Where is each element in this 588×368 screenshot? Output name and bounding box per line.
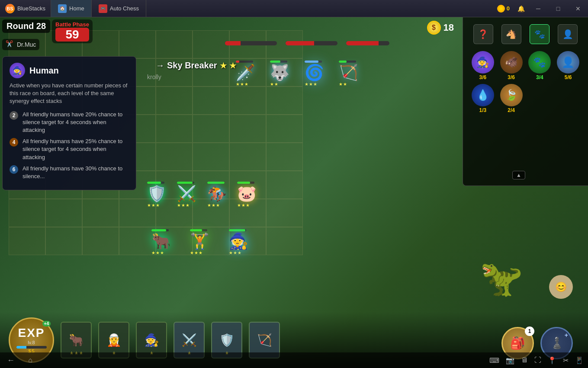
friendly-piece-1[interactable]: 🛡️ ★ ★ ★ [147,182,167,208]
board-cell[interactable] [9,199,45,227]
enemy-piece-1[interactable]: 🗡️ ★ ★ ★ [236,61,255,86]
gold-display: $ 18 [427,21,454,35]
phone-icon[interactable]: 📱 [575,356,584,365]
friendly-piece-hp-fill-4 [237,182,250,184]
effect-text-6: All friendly humans have 30% chance to s… [22,165,129,180]
enemy-piece-2[interactable]: 🐺 ★ ★ [270,61,289,86]
player-info: ✂️ Dr.Muc [2,39,39,50]
board-cell[interactable] [156,115,193,143]
maximize-button[interactable]: □ [548,0,568,17]
help-icon-btn[interactable]: ❓ [473,24,493,44]
board-cell[interactable] [156,143,193,171]
synergy-collapse-button[interactable]: ▲ [512,171,525,179]
board-cell[interactable] [9,227,45,255]
screen-icon[interactable]: 🖥 [521,356,528,364]
enemy-piece-hp-fill-4 [339,61,347,63]
friendly-piece-4[interactable]: 🐷 ★ ★ ★ [237,182,257,208]
knight-icon-btn[interactable]: 🐴 [501,24,521,44]
close-button[interactable]: ✕ [568,0,588,17]
board-cell[interactable] [193,143,229,171]
friendly-piece-body-7: 🧙 [229,232,248,250]
synergy-panel: ❓ 🐴 🐾 👤 🧙 3/6 🐗 3/6 🐾 3/4 👤 5/6 [463,17,588,186]
friendly-piece-hp-bar-4 [237,182,254,184]
synergy-grid-2: 💧 1/3 🍃 2/4 [466,84,585,117]
keyboard-icon[interactable]: ⌨ [489,356,499,365]
board-cell[interactable] [266,143,303,171]
friendly-piece-6[interactable]: 🏋️ ★ ★ ★ [190,229,209,255]
home-button[interactable]: ⌂ [24,354,37,367]
enemy-piece-4[interactable]: 🏹 ★ ★ [339,61,358,86]
enemy-piece-hp-fill-3 [305,61,318,63]
friendly-piece-hp-bar-3 [207,182,225,184]
enemy-pieces: 🗡️ ★ ★ ★ 🐺 ★ ★ 🌀 ★ ★ ★ [229,61,365,87]
game-tab-icon: 🎮 [99,4,107,13]
board-cell[interactable] [45,199,82,227]
minimize-button[interactable]: ─ [528,0,548,17]
game-tab[interactable]: 🎮 Auto Chess [92,0,146,17]
green-monster: 🦖 [480,258,523,299]
notification-bell[interactable]: 🔔 [514,5,528,12]
synergy-human-count: 3/6 [479,74,487,80]
friendly-piece-2[interactable]: ⚔️ ★ ★ ★ [177,182,196,208]
board-cell[interactable] [82,199,119,227]
effect-num-4: 4 [10,138,18,147]
friendly-piece-body-5: 🐂 [151,232,171,250]
tooltip-description: Active when you have certain number piec… [10,82,129,106]
enemy-piece-3[interactable]: 🌀 ★ ★ ★ [305,61,324,86]
avatar-icon-btn[interactable]: 👤 [558,24,578,44]
home-tab[interactable]: 🏠 Home [51,0,92,17]
friendly-piece-5[interactable]: 🐂 ★ ★ ★ [151,229,171,255]
board-cell[interactable] [193,30,229,58]
board-cell[interactable] [156,86,193,115]
chat-button[interactable]: 😊 [549,275,573,299]
synergy-mage[interactable]: 💧 1/3 [470,84,496,113]
board-cell[interactable] [229,86,266,115]
game-tab-label: Auto Chess [110,5,139,12]
tooltip-human-icon: 🧙 [10,63,25,78]
scissors-icon[interactable]: ✂ [563,356,569,365]
board-cell[interactable] [119,30,156,58]
sky-breaker-star-1: ★ [220,61,227,70]
bs-logo-text: BlueStacks [17,5,45,12]
bench-piece-1: 🐂 [69,333,84,347]
board-cell[interactable] [156,30,193,58]
enemy-piece-hp-bar-3 [305,61,322,63]
board-cell[interactable] [266,227,303,255]
camera-icon[interactable]: 📷 [506,356,514,365]
friendly-piece-hp-bar-7 [229,229,246,231]
enemy-piece-body-1: 🗡️ [236,64,255,82]
friendly-piece-body-2: ⚔️ [177,185,196,203]
board-cell[interactable] [193,86,229,115]
board-cell[interactable] [45,227,82,255]
tooltip-effect-4: 4 All friendly humans have 25% chance to… [10,138,129,161]
synergy-nature-icon: 🐾 [528,51,551,74]
synergy-human[interactable]: 🧙 3/6 [470,51,496,80]
board-cell[interactable] [266,199,303,227]
friendly-piece-hp-fill-2 [177,182,193,184]
friendly-piece-body-4: 🐷 [237,185,257,203]
enemy-hp-bar-1 [225,41,277,45]
exp-level: lv.8 [28,340,35,345]
friendly-piece-7[interactable]: 🧙 ★ ★ ★ [229,229,248,255]
fullscreen-icon[interactable]: ⛶ [534,356,541,364]
board-cell[interactable] [229,143,266,171]
paw-icon-btn[interactable]: 🐾 [530,24,549,44]
player-name: Dr.Muc [17,41,36,48]
synergy-avatar[interactable]: 👤 5/6 [555,51,581,80]
board-cell[interactable] [229,115,266,143]
back-button[interactable]: ← [4,354,17,367]
board-cell[interactable] [266,171,303,199]
board-cell[interactable] [193,115,229,143]
synergy-druid[interactable]: 🍃 2/4 [498,84,524,113]
friendly-piece-3[interactable]: 🏇 ★ ★ ★ [207,182,227,208]
location-icon[interactable]: 📍 [548,356,556,365]
board-cell[interactable] [266,86,303,115]
friendly-piece-hp-bar-5 [151,229,169,231]
board-cell[interactable] [82,227,119,255]
synergy-beast[interactable]: 🐗 3/6 [498,51,524,80]
synergy-nature[interactable]: 🐾 3/4 [527,51,553,80]
exp-bar [16,346,27,349]
sky-breaker-text: Sky Breaker [167,61,217,70]
board-cell[interactable] [266,115,303,143]
enemy-piece-hp-fill-2 [270,61,280,63]
